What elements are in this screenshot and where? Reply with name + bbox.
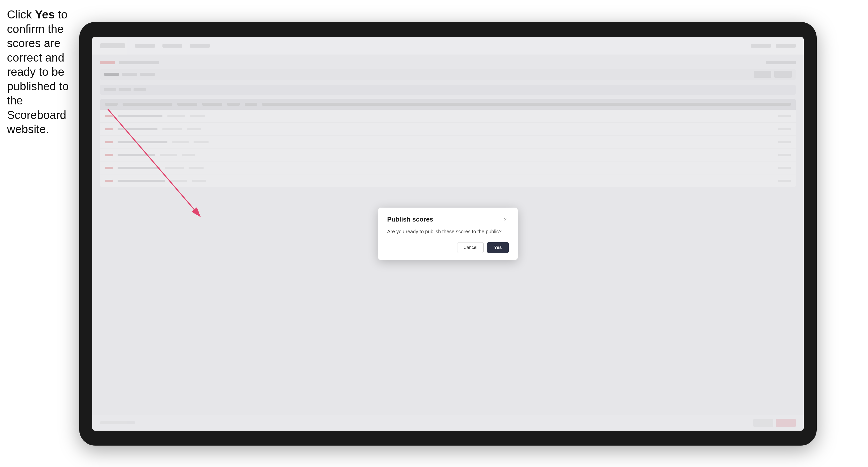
instruction-text: Click Yes to confirm the scores are corr… xyxy=(7,7,79,136)
dialog-title: Publish scores xyxy=(387,216,433,223)
instruction-suffix: to confirm the scores are correct and re… xyxy=(7,8,69,135)
tablet-device: Publish scores × Are you ready to publis… xyxy=(79,22,817,445)
dialog-footer: Cancel Yes xyxy=(387,242,509,253)
dialog-close-button[interactable]: × xyxy=(502,216,509,223)
tablet-screen: Publish scores × Are you ready to publis… xyxy=(92,37,804,431)
instruction-bold: Yes xyxy=(35,8,55,21)
publish-dialog: Publish scores × Are you ready to publis… xyxy=(378,208,518,260)
cancel-button[interactable]: Cancel xyxy=(457,242,484,253)
dialog-header: Publish scores × xyxy=(387,216,509,223)
modal-overlay: Publish scores × Are you ready to publis… xyxy=(92,37,804,431)
yes-button[interactable]: Yes xyxy=(487,242,509,253)
dialog-body-text: Are you ready to publish these scores to… xyxy=(387,228,509,235)
